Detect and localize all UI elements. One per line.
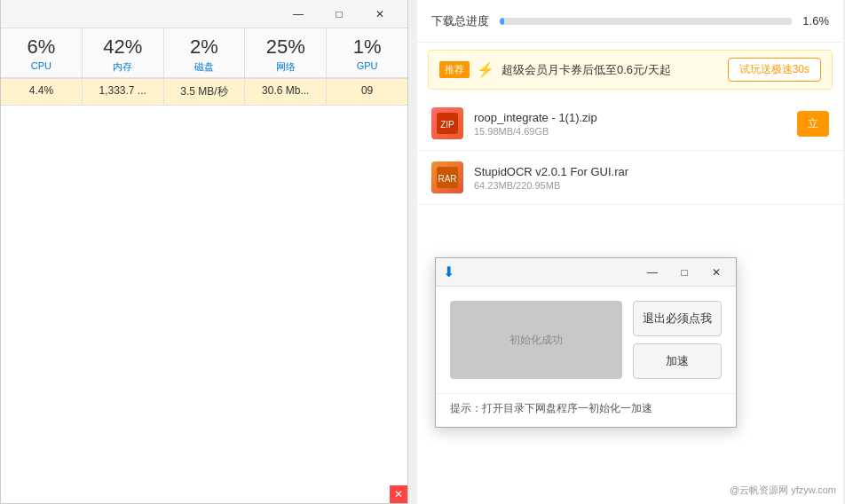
promo-tag: 推荐 [439, 61, 470, 78]
download-item-name-1: StupidOCR v2.0.1 For GUI.rar [474, 165, 829, 178]
perf-header: 6% CPU 42% 内存 2% 磁盘 25% 网络 1% GPU [1, 28, 407, 79]
cpu-column: 6% CPU [1, 28, 83, 77]
dialog-titlebar: ⬇ — □ ✕ [436, 258, 736, 287]
dialog-right: 退出必须点我 加速 [633, 301, 722, 379]
close-button[interactable]: ✕ [359, 0, 400, 28]
dialog-left: 初始化成功 [450, 301, 622, 379]
task-manager-titlebar: — □ ✕ [1, 0, 407, 28]
network-value: 30.6 Mb... [245, 79, 327, 105]
disk-percent: 2% [168, 35, 241, 59]
gpu-column: 1% GPU [327, 28, 407, 77]
gpu-label: GPU [330, 60, 404, 71]
cpu-percent: 6% [4, 35, 78, 59]
cpu-label: CPU [4, 60, 78, 71]
progress-percent: 1.6% [802, 14, 829, 28]
lightning-icon: ⚡ [477, 61, 494, 78]
start-button-0[interactable]: 立 [797, 111, 829, 137]
accelerate-button[interactable]: 加速 [633, 343, 722, 379]
network-label: 网络 [249, 60, 322, 74]
maximize-button[interactable]: □ [319, 0, 359, 28]
minimize-button[interactable]: — [278, 0, 319, 28]
disk-column: 2% 磁盘 [164, 28, 246, 77]
dialog-window: ⬇ — □ ✕ 初始化成功 退出必须点我 加速 提示：打开目录下网盘程序一初始化… [435, 257, 737, 428]
perf-data-row: 4.4% 1,333.7 ... 3.5 MB/秒 30.6 Mb... 09 [1, 79, 407, 106]
download-item-0: ZIP roop_integrate - 1(1).zip 15.98MB/4.… [417, 97, 843, 151]
download-item-action-0: 立 [797, 111, 829, 137]
exit-button[interactable]: 退出必须点我 [633, 301, 722, 336]
progress-bar-fill [500, 18, 504, 25]
disk-value: 3.5 MB/秒 [164, 79, 246, 105]
download-item-icon-1: RAR [431, 161, 463, 193]
network-percent: 25% [249, 35, 322, 59]
watermark: @云帆资源网 yfzyw.com [730, 484, 836, 497]
dialog-download-icon: ⬇ [443, 264, 454, 280]
download-item-info-0: roop_integrate - 1(1).zip 15.98MB/4.69GB [474, 111, 786, 137]
network-column: 25% 网络 [245, 28, 327, 77]
promo-banner: 推荐 ⚡ 超级会员月卡券后低至0.6元/天起 试玩送极速30s [428, 50, 833, 90]
download-progress-label: 下载总进度 [431, 13, 489, 29]
promo-button[interactable]: 试玩送极速30s [728, 58, 821, 82]
download-header: 下载总进度 1.6% [417, 0, 843, 43]
progress-bar-container [500, 18, 792, 25]
dialog-footer: 提示：打开目录下网盘程序一初始化一加速 [436, 393, 736, 427]
dialog-placeholder: 初始化成功 [450, 301, 622, 379]
download-panel: 下载总进度 1.6% 推荐 ⚡ 超级会员月卡券后低至0.6元/天起 试玩送极速3… [417, 0, 843, 504]
task-close-badge[interactable]: ✕ [390, 485, 407, 503]
cpu-value: 4.4% [1, 79, 83, 105]
download-item-size-1: 64.23MB/220.95MB [474, 180, 829, 191]
gpu-percent: 1% [330, 35, 404, 59]
download-item-info-1: StupidOCR v2.0.1 For GUI.rar 64.23MB/220… [474, 165, 829, 191]
download-item-size-0: 15.98MB/4.69GB [474, 126, 786, 137]
dialog-maximize-button[interactable]: □ [672, 260, 697, 285]
download-item-icon-0: ZIP [431, 107, 463, 139]
download-item-name-0: roop_integrate - 1(1).zip [474, 111, 786, 124]
dialog-close-button[interactable]: ✕ [704, 260, 729, 285]
memory-percent: 42% [86, 35, 160, 59]
svg-text:ZIP: ZIP [440, 120, 454, 130]
memory-label: 内存 [86, 60, 160, 74]
task-manager-window: — □ ✕ 6% CPU 42% 内存 2% 磁盘 25% 网络 1% GPU … [0, 0, 408, 504]
memory-column: 42% 内存 [83, 28, 164, 77]
gpu-value: 09 [327, 79, 407, 105]
disk-label: 磁盘 [168, 60, 241, 74]
memory-value: 1,333.7 ... [83, 79, 164, 105]
dialog-minimize-button[interactable]: — [640, 260, 665, 285]
download-item-1: RAR StupidOCR v2.0.1 For GUI.rar 64.23MB… [417, 151, 843, 205]
dialog-body: 初始化成功 退出必须点我 加速 [436, 287, 736, 393]
promo-text: 超级会员月卡券后低至0.6元/天起 [501, 62, 721, 78]
svg-text:RAR: RAR [438, 174, 456, 184]
